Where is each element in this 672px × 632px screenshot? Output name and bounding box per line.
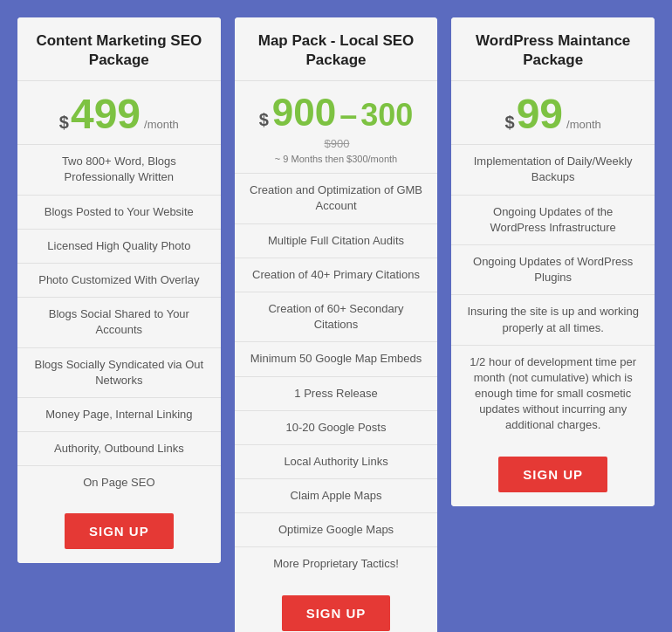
wordpress-maintenance-price-amount: 99 [517, 93, 563, 135]
content-marketing-feature-5: Blogs Socially Syndicated via Out Networ… [17, 348, 221, 398]
content-marketing-features-list: Two 800+ Word, Blogs Professionally Writ… [17, 145, 221, 499]
content-marketing-feature-1: Blogs Posted to Your Website [17, 196, 221, 230]
map-pack-feature-9: Optimize Google Maps [235, 513, 438, 547]
card-map-pack: Map Pack - Local SEO Package$900 – 300$9… [235, 17, 438, 632]
map-pack-dollar-sign: $ [259, 110, 269, 130]
content-marketing-price-period: /month [144, 118, 179, 131]
wordpress-maintenance-feature-3: Insuring the site is up and working prop… [451, 295, 655, 345]
content-marketing-feature-3: Photo Customized With Overlay [17, 264, 221, 298]
wordpress-maintenance-footer: SIGN UP [451, 443, 655, 506]
map-pack-feature-0: Creation and Optimization of GMB Account [235, 174, 438, 223]
map-pack-price-low: 300 [360, 97, 413, 134]
wordpress-maintenance-price-period: /month [566, 118, 601, 131]
content-marketing-header: Content Marketing SEO Package [17, 17, 221, 81]
map-pack-signup-button[interactable]: SIGN UP [282, 595, 391, 631]
map-pack-feature-8: Claim Apple Maps [235, 479, 438, 513]
wordpress-maintenance-header: WordPress Maintance Package [451, 17, 655, 81]
wordpress-maintenance-feature-0: Implementation of Daily/Weekly Backups [451, 145, 655, 195]
content-marketing-feature-4: Blogs Social Shared to Your Accounts [17, 298, 221, 347]
wordpress-maintenance-feature-4: 1/2 hour of development time per month (… [451, 346, 655, 443]
map-pack-title: Map Pack - Local SEO Package [245, 31, 428, 70]
map-pack-price-note: ~ 9 Months then $300/month [245, 154, 428, 164]
wordpress-maintenance-title: WordPress Maintance Package [462, 31, 644, 70]
card-wordpress-maintenance: WordPress Maintance Package$99/monthImpl… [451, 17, 655, 506]
map-pack-feature-4: Minimum 50 Google Map Embeds [235, 342, 438, 376]
map-pack-feature-1: Multiple Full Citation Audits [235, 224, 438, 258]
wordpress-maintenance-price-section: $99/month [451, 81, 655, 145]
wordpress-maintenance-price-line: $99/month [462, 93, 644, 135]
map-pack-price-section: $900 – 300$900~ 9 Months then $300/month [235, 81, 438, 174]
map-pack-feature-7: Local Authority Links [235, 445, 438, 479]
wordpress-maintenance-dollar-sign: $ [505, 113, 515, 133]
map-pack-header: Map Pack - Local SEO Package [235, 17, 438, 81]
wordpress-maintenance-signup-button[interactable]: SIGN UP [498, 457, 607, 492]
map-pack-feature-2: Creation of 40+ Primary Citations [235, 258, 438, 292]
content-marketing-signup-button[interactable]: SIGN UP [65, 513, 174, 549]
map-pack-price-separator: – [339, 97, 357, 134]
map-pack-price-range: $900 – 300$900 [245, 93, 428, 150]
content-marketing-feature-0: Two 800+ Word, Blogs Professionally Writ… [17, 145, 221, 195]
content-marketing-price-line: $499/month [28, 93, 210, 135]
wordpress-maintenance-feature-1: Ongoing Updates of the WordPress Infrast… [451, 196, 655, 245]
content-marketing-price-amount: 499 [71, 93, 141, 135]
content-marketing-dollar-sign: $ [59, 113, 69, 133]
content-marketing-feature-2: Licensed High Quality Photo [17, 230, 221, 264]
content-marketing-feature-6: Money Page, Internal Linking [17, 398, 221, 432]
content-marketing-feature-8: On Page SEO [17, 466, 221, 499]
wordpress-maintenance-feature-2: Ongoing Updates of WordPress Plugins [451, 245, 655, 295]
content-marketing-feature-7: Authority, Outbound Links [17, 432, 221, 466]
content-marketing-title: Content Marketing SEO Package [28, 31, 210, 70]
map-pack-footer: SIGN UP [235, 581, 438, 632]
map-pack-feature-5: 1 Press Release [235, 377, 438, 411]
map-pack-price-high: 900 [272, 93, 336, 132]
content-marketing-price-section: $499/month [17, 81, 221, 145]
card-content-marketing: Content Marketing SEO Package$499/monthT… [17, 17, 221, 563]
map-pack-feature-3: Creation of 60+ Secondary Citations [235, 292, 438, 342]
map-pack-features-list: Creation and Optimization of GMB Account… [235, 174, 438, 580]
map-pack-feature-6: 10-20 Google Posts [235, 411, 438, 445]
pricing-container: Content Marketing SEO Package$499/monthT… [17, 17, 655, 632]
wordpress-maintenance-features-list: Implementation of Daily/Weekly BackupsOn… [451, 145, 655, 442]
map-pack-price-strikethrough: $900 [325, 137, 350, 150]
content-marketing-footer: SIGN UP [17, 499, 221, 563]
map-pack-feature-10: More Proprietary Tactics! [235, 547, 438, 580]
